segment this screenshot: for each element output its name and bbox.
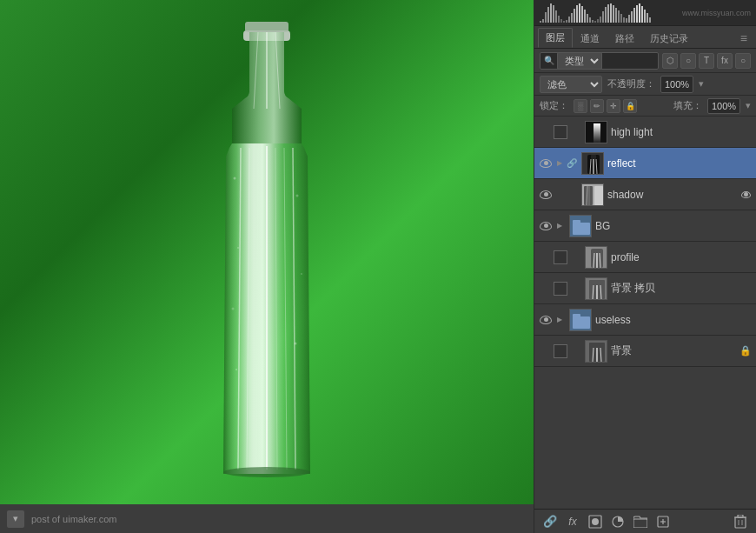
new-group-button[interactable] <box>632 513 649 530</box>
delete-layer-button[interactable] <box>732 513 749 530</box>
svg-rect-33 <box>574 9 575 23</box>
tab-history[interactable]: 历史记录 <box>642 29 696 48</box>
svg-point-13 <box>234 177 236 180</box>
filter-adjust-icon[interactable]: ○ <box>680 53 696 69</box>
svg-rect-21 <box>542 19 544 23</box>
canvas-bottom-bar: ▾ post of uimaker.com <box>0 504 534 533</box>
layer-thumb-useless <box>569 309 592 331</box>
svg-rect-31 <box>568 17 570 23</box>
layer-thumb-profile <box>585 246 607 269</box>
canvas-zoom-select[interactable]: ▾ <box>7 510 24 528</box>
layer-expand-bg[interactable]: ▶ <box>554 222 566 230</box>
lock-all-btn[interactable]: 🔒 <box>623 99 637 113</box>
lock-transparent-btn[interactable]: ░ <box>574 99 587 113</box>
filter-text-icon[interactable]: T <box>699 53 714 69</box>
svg-rect-43 <box>600 17 601 23</box>
tab-layers[interactable]: 图层 <box>538 28 573 48</box>
svg-rect-106 <box>738 515 743 517</box>
layer-name-useless: useless <box>595 314 753 326</box>
adjustment-icon-svg <box>611 515 625 529</box>
layer-checkbox-highlight[interactable] <box>554 125 567 139</box>
thumb-svg-highlight <box>586 122 607 143</box>
layer-item-highlight[interactable]: high light <box>534 117 756 148</box>
blend-mode-row: 滤色 不透明度： ▾ <box>534 73 756 96</box>
search-icon: 🔍 <box>544 56 554 65</box>
panel-menu-icon[interactable]: ≡ <box>735 29 753 48</box>
tab-paths[interactable]: 路径 <box>607 29 642 48</box>
opacity-input[interactable] <box>660 76 693 93</box>
layer-thumb-background <box>585 340 607 363</box>
svg-rect-61 <box>647 13 648 23</box>
layer-item-reflect[interactable]: ▶ 🔗 reflect <box>534 148 756 179</box>
thumb-svg-bgcopy <box>586 278 607 300</box>
layer-item-profile[interactable]: profile <box>534 242 756 273</box>
layer-thumb-bgcopy <box>585 277 607 300</box>
svg-rect-55 <box>631 11 633 23</box>
lock-label: 锁定： <box>540 99 568 112</box>
svg-rect-24 <box>550 3 552 23</box>
opacity-dropdown-icon[interactable]: ▾ <box>699 78 704 90</box>
layers-list: high light ▶ 🔗 reflect <box>534 117 756 509</box>
histogram-svg <box>540 3 653 23</box>
fill-dropdown-icon[interactable]: ▾ <box>746 100 751 111</box>
svg-rect-20 <box>540 21 541 23</box>
fill-input[interactable] <box>707 98 740 114</box>
layer-checkbox-profile[interactable] <box>554 250 567 264</box>
blend-mode-select[interactable]: 滤色 <box>540 76 602 93</box>
filter-pixel-icon[interactable]: ⬡ <box>662 53 678 69</box>
layer-item-bg[interactable]: ▶ BG <box>534 210 756 242</box>
layer-checkbox-background[interactable] <box>554 344 567 358</box>
layer-thumb-bg-folder <box>569 215 592 237</box>
filter-fx-icon[interactable]: fx <box>717 53 733 69</box>
svg-point-12 <box>223 467 310 477</box>
layers-toolbar: 🔗 fx <box>534 509 756 533</box>
panel-tab-bar: 图层 通道 路径 历史记录 ≡ <box>534 26 756 49</box>
svg-rect-40 <box>592 20 594 23</box>
layer-vis-bg[interactable] <box>538 218 554 234</box>
new-layer-button[interactable] <box>654 513 672 530</box>
layer-vis-useless[interactable] <box>538 312 554 328</box>
svg-rect-91 <box>573 314 580 317</box>
filter-mask-icon[interactable]: ○ <box>735 53 751 69</box>
add-mask-button[interactable] <box>587 513 604 530</box>
layer-item-shadow[interactable]: shadow <box>534 179 756 210</box>
layer-checkbox-bgcopy[interactable] <box>554 282 567 296</box>
fx-button[interactable]: fx <box>564 513 581 530</box>
lock-move-btn[interactable]: ✛ <box>607 99 620 113</box>
svg-rect-1 <box>245 22 288 32</box>
svg-rect-22 <box>545 12 547 23</box>
svg-rect-39 <box>589 17 591 23</box>
layer-item-background[interactable]: 背景 🔒 <box>534 336 756 367</box>
layer-thumb-highlight <box>585 121 607 143</box>
layer-extra-eye-shadow[interactable] <box>739 188 753 202</box>
filter-type-dropdown[interactable]: 类型 <box>557 52 602 70</box>
layer-expand-reflect[interactable]: ▶ <box>554 159 566 167</box>
lock-paint-btn[interactable]: ✏ <box>590 99 604 113</box>
svg-rect-57 <box>636 5 638 23</box>
layer-name-highlight: high light <box>611 126 753 138</box>
svg-rect-34 <box>576 5 578 23</box>
svg-rect-52 <box>623 17 625 23</box>
layer-vis-shadow[interactable] <box>538 187 554 203</box>
fill-label: 填充： <box>673 99 702 112</box>
svg-rect-73 <box>594 186 603 205</box>
layer-vis-reflect[interactable] <box>538 156 554 171</box>
svg-rect-100 <box>633 519 647 528</box>
svg-rect-78 <box>573 220 580 223</box>
eye-icon-useless <box>540 316 552 324</box>
layer-item-bgcopy[interactable]: 背景 拷贝 <box>534 273 756 304</box>
layer-lock-icon-background: 🔒 <box>739 344 753 358</box>
tab-channels[interactable]: 通道 <box>573 29 607 48</box>
bottle-svg <box>167 4 367 491</box>
svg-rect-45 <box>605 7 607 23</box>
layer-item-useless[interactable]: ▶ useless <box>534 304 756 336</box>
layer-expand-useless[interactable]: ▶ <box>554 316 566 323</box>
thumb-svg-profile <box>586 247 607 269</box>
svg-rect-29 <box>563 21 565 23</box>
new-fill-adjustment-button[interactable] <box>609 513 627 530</box>
link-layers-button[interactable]: 🔗 <box>541 513 559 530</box>
thumb-svg-reflect <box>582 153 604 175</box>
svg-rect-67 <box>591 155 596 159</box>
layer-link-reflect[interactable]: 🔗 <box>566 158 578 168</box>
layer-name-reflect: reflect <box>607 157 753 170</box>
